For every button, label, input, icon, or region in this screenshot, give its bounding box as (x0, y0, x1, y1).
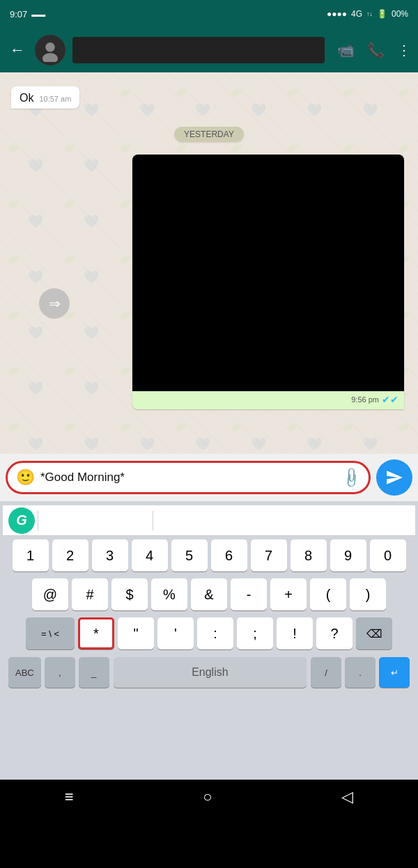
key-4[interactable]: 4 (132, 539, 168, 571)
video-message-time: 9:56 pm (351, 395, 379, 404)
chat-header: ← 📹 📞 ⋮ (0, 28, 418, 72)
key-comma[interactable]: , (45, 657, 75, 688)
video-call-button[interactable]: 📹 (337, 42, 355, 58)
svg-point-1 (42, 53, 58, 62)
grammarly-button[interactable]: G (8, 507, 35, 534)
message-time: 10:57 am (39, 95, 71, 103)
video-content[interactable] (132, 155, 404, 391)
keyboard-bottom-row: ABC , _ English / . ↵ (3, 654, 415, 691)
battery-icon: 🔋 (377, 9, 387, 19)
date-divider: YESTERDAY (174, 127, 244, 142)
nav-back-button[interactable]: ◁ (341, 788, 353, 806)
send-icon (385, 468, 403, 487)
key-special-chars[interactable]: = \ < (26, 617, 75, 649)
voice-call-button[interactable]: 📞 (367, 42, 385, 58)
nav-bar: ≡ ○ ◁ (0, 780, 418, 814)
signal-icon: ●●●● (327, 9, 347, 19)
key-single-quote[interactable]: ' (157, 617, 194, 649)
key-at[interactable]: @ (32, 578, 68, 610)
input-bar: 🙂 *Good Morning* 📎 (0, 454, 418, 501)
video-message-bubble[interactable]: 9:56 pm ✔✔ (132, 155, 404, 409)
double-tick-icon: ✔✔ (382, 394, 398, 405)
key-language[interactable]: English (114, 657, 307, 688)
enter-icon: ↵ (391, 668, 398, 678)
key-ampersand[interactable]: & (191, 578, 227, 610)
key-hash[interactable]: # (72, 578, 108, 610)
key-dash[interactable]: - (231, 578, 267, 610)
key-7[interactable]: 7 (251, 539, 287, 571)
key-6[interactable]: 6 (211, 539, 247, 571)
key-exclamation[interactable]: ! (277, 617, 313, 649)
key-0[interactable]: 0 (370, 539, 406, 571)
slash-dot-group: / . (311, 657, 376, 688)
suggestion-divider-2 (153, 511, 153, 530)
battery-level: 00% (392, 9, 408, 19)
key-underscore[interactable]: _ (79, 657, 109, 688)
message-icon: ▬▬ (31, 10, 45, 18)
status-bar-left: 9:07 ▬▬ (10, 9, 45, 19)
send-button[interactable] (376, 459, 412, 496)
time-display: 9:07 (10, 9, 27, 19)
key-enter[interactable]: ↵ (379, 657, 410, 688)
status-bar: 9:07 ▬▬ ●●●● 4G↑↓ 🔋 00% (0, 0, 418, 28)
key-open-paren[interactable]: ( (310, 578, 346, 610)
keyboard-row-symbols1: @ # $ % & - + ( ) (3, 578, 415, 610)
chat-area: Ok 10:57 am YESTERDAY 9:56 pm ✔✔ ⇒ (0, 72, 418, 454)
forward-icon: ⇒ (49, 295, 61, 312)
key-abc[interactable]: ABC (8, 657, 41, 688)
key-2[interactable]: 2 (52, 539, 88, 571)
keyboard: G 1 2 3 4 5 6 7 8 9 0 @ # $ % & - + ( ) … (0, 501, 418, 780)
keyboard-suggestions-row: G (3, 505, 415, 536)
keyboard-row-symbols2: = \ < * " ' : ; ! ? ⌫ (3, 617, 415, 649)
key-backspace[interactable]: ⌫ (356, 617, 392, 649)
back-button[interactable]: ← (7, 38, 28, 62)
key-close-paren[interactable]: ) (350, 578, 386, 610)
message-text: Ok (20, 92, 33, 104)
key-dollar[interactable]: $ (111, 578, 148, 610)
key-period[interactable]: . (345, 657, 376, 688)
contact-avatar[interactable] (35, 35, 65, 65)
video-message-footer: 9:56 pm ✔✔ (132, 391, 404, 409)
message-input-text[interactable]: *Good Morning* (40, 471, 337, 484)
key-colon[interactable]: : (197, 617, 233, 649)
key-1[interactable]: 1 (13, 539, 49, 571)
key-double-quote[interactable]: " (118, 617, 154, 649)
forward-button[interactable]: ⇒ (39, 288, 70, 319)
key-percent[interactable]: % (151, 578, 187, 610)
suggestion-divider-1 (38, 511, 38, 530)
key-slash[interactable]: / (311, 657, 341, 688)
message-ok: Ok 10:57 am (11, 86, 79, 109)
nav-menu-button[interactable]: ≡ (65, 788, 74, 806)
keyboard-row-numbers: 1 2 3 4 5 6 7 8 9 0 (3, 539, 415, 571)
contact-name-bar (72, 37, 325, 63)
key-3[interactable]: 3 (92, 539, 128, 571)
key-5[interactable]: 5 (171, 539, 208, 571)
key-8[interactable]: 8 (291, 539, 327, 571)
message-input-box[interactable]: 🙂 *Good Morning* 📎 (6, 461, 371, 494)
status-bar-right: ●●●● 4G↑↓ 🔋 00% (327, 9, 408, 19)
key-asterisk[interactable]: * (78, 617, 114, 649)
svg-point-0 (45, 42, 55, 52)
attach-button[interactable]: 📎 (339, 466, 364, 490)
key-semicolon[interactable]: ; (237, 617, 273, 649)
network-type: 4G (351, 9, 362, 19)
more-options-button[interactable]: ⋮ (397, 42, 411, 58)
emoji-button[interactable]: 🙂 (16, 468, 35, 487)
key-plus[interactable]: + (270, 578, 307, 610)
nav-home-button[interactable]: ○ (203, 788, 212, 806)
key-question[interactable]: ? (316, 617, 353, 649)
key-9[interactable]: 9 (330, 539, 366, 571)
header-icons: 📹 📞 ⋮ (337, 42, 411, 58)
